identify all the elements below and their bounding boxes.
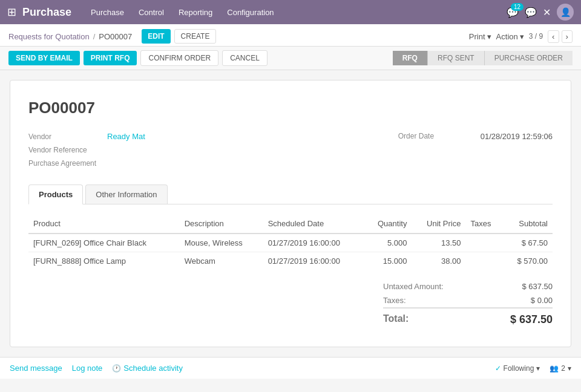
col-subtotal: Subtotal — [503, 214, 553, 234]
nav-control[interactable]: Control — [131, 0, 171, 24]
clock-icon: 🕐 — [112, 364, 121, 373]
order-date-section: Order Date 01/28/2019 12:59:06 — [398, 132, 553, 172]
order-date-value: 01/28/2019 12:59:06 — [481, 132, 553, 141]
log-note-button[interactable]: Log note — [72, 364, 103, 373]
products-table: Product Description Scheduled Date Quant… — [28, 214, 553, 270]
product-date-1: 01/27/2019 16:00:00 — [263, 234, 364, 252]
confirm-order-button[interactable]: CONFIRM ORDER — [140, 50, 218, 66]
product-qty-2: 15.000 — [364, 252, 412, 270]
col-unit-price: Unit Price — [412, 214, 465, 234]
app-grid-icon[interactable]: ⊞ — [7, 5, 16, 19]
cancel-button[interactable]: CANCEL — [222, 50, 268, 66]
totals-table: Untaxed Amount: $ 637.50 Taxes: $ 0.00 T… — [383, 279, 553, 328]
product-name-1[interactable]: [FURN_0269] Office Chair Black — [28, 234, 180, 252]
vendor-ref-label: Vendor Reference — [28, 146, 101, 154]
send-message-button[interactable]: Send message — [10, 364, 62, 373]
product-name-2[interactable]: [FURN_8888] Office Lamp — [28, 252, 180, 270]
footer-right: ✓ Following ▾ 👥 2 ▾ — [495, 364, 571, 373]
col-product: Product — [28, 214, 180, 234]
breadcrumb-separator: / — [93, 32, 96, 41]
chat-icon[interactable]: 💬 — [525, 7, 537, 18]
taxes-row: Taxes: $ 0.00 — [383, 293, 553, 307]
action-button[interactable]: Action ▾ — [496, 32, 524, 41]
followers-chevron-icon: ▾ — [568, 364, 571, 373]
vendor-section: Vendor Ready Mat Vendor Reference Purcha… — [28, 132, 145, 172]
following-label: Following — [504, 364, 534, 373]
app-title[interactable]: Purchase — [22, 6, 71, 19]
breadcrumb-actions: Print ▾ Action ▾ 3 / 9 ‹ › — [469, 30, 573, 43]
nav-purchase[interactable]: Purchase — [84, 0, 131, 24]
footer-bar: Send message Log note 🕐 Schedule activit… — [0, 357, 581, 379]
untaxed-amount-row: Untaxed Amount: $ 637.50 — [383, 279, 553, 293]
col-quantity: Quantity — [364, 214, 412, 234]
vendor-label: Vendor — [28, 132, 101, 141]
product-price-1: 13.50 — [412, 234, 465, 252]
notification-badge: 12 — [511, 3, 524, 11]
table-row: [FURN_8888] Office Lamp Webcam 01/27/201… — [28, 252, 553, 270]
product-taxes-2 — [465, 252, 503, 270]
totals-section: Untaxed Amount: $ 637.50 Taxes: $ 0.00 T… — [28, 279, 553, 328]
untaxed-value: $ 637.50 — [522, 282, 553, 291]
purchase-agreement-field: Purchase Agreement — [28, 159, 145, 168]
following-button[interactable]: ✓ Following ▾ — [495, 364, 540, 373]
status-rfq[interactable]: RFQ — [393, 51, 427, 65]
total-label: Total: — [383, 313, 409, 326]
breadcrumb: Requests for Quotation / PO00007 — [8, 32, 132, 41]
col-taxes: Taxes — [465, 214, 503, 234]
product-qty-1: 5.000 — [364, 234, 412, 252]
action-label: Action — [496, 32, 518, 41]
nav-configuration[interactable]: Configuration — [220, 0, 281, 24]
close-icon[interactable]: ✕ — [543, 7, 551, 18]
vendor-field: Vendor Ready Mat — [28, 132, 145, 141]
table-row: [FURN_0269] Office Chair Black Mouse, Wi… — [28, 234, 553, 252]
status-rfq-sent[interactable]: RFQ SENT — [427, 51, 484, 65]
status-purchase-order[interactable]: PURCHASE ORDER — [484, 51, 573, 65]
product-desc-2: Webcam — [180, 252, 263, 270]
tabs: Products Other Information — [28, 185, 553, 204]
tab-products[interactable]: Products — [28, 185, 83, 204]
status-bar: RFQ RFQ SENT PURCHASE ORDER — [393, 51, 573, 65]
product-subtotal-1: $ 67.50 — [503, 234, 553, 252]
taxes-value: $ 0.00 — [531, 296, 553, 305]
followers-button[interactable]: 👥 2 ▾ — [550, 364, 571, 373]
breadcrumb-current: PO00007 — [99, 32, 132, 41]
action-bar: SEND BY EMAIL PRINT RFQ CONFIRM ORDER CA… — [0, 47, 581, 70]
document-card: PO00007 Vendor Ready Mat Vendor Referenc… — [10, 80, 571, 347]
tab-other-information[interactable]: Other Information — [85, 185, 167, 204]
print-rfq-button[interactable]: PRINT RFQ — [84, 51, 137, 65]
prev-button[interactable]: ‹ — [548, 30, 559, 43]
vendor-ref-field: Vendor Reference — [28, 146, 145, 154]
nav-links: Purchase Control Reporting Configuration — [84, 0, 281, 24]
main-content: PO00007 Vendor Ready Mat Vendor Referenc… — [0, 70, 581, 357]
document-number: PO00007 — [28, 99, 553, 117]
col-description: Description — [180, 214, 263, 234]
print-label: Print — [469, 32, 485, 41]
page-count: 3 / 9 — [529, 32, 543, 41]
product-price-2: 38.00 — [412, 252, 465, 270]
vendor-value[interactable]: Ready Mat — [107, 132, 145, 141]
print-button[interactable]: Print ▾ — [469, 32, 491, 41]
nav-reporting[interactable]: Reporting — [171, 0, 220, 24]
avatar[interactable]: 👤 — [557, 4, 574, 21]
create-button[interactable]: CREATE — [174, 29, 217, 44]
top-navigation: ⊞ Purchase Purchase Control Reporting Co… — [0, 0, 581, 24]
print-chevron-icon: ▾ — [487, 32, 491, 41]
edit-button[interactable]: EDIT — [142, 29, 170, 44]
followers-count: 2 — [561, 364, 565, 373]
check-icon: ✓ — [495, 364, 501, 373]
total-value: $ 637.50 — [510, 313, 553, 326]
next-button[interactable]: › — [562, 30, 573, 43]
breadcrumb-bar: Requests for Quotation / PO00007 EDIT CR… — [0, 24, 581, 47]
breadcrumb-parent[interactable]: Requests for Quotation — [8, 32, 90, 41]
schedule-activity-button[interactable]: Schedule activity — [123, 364, 183, 373]
action-chevron-icon: ▾ — [520, 32, 524, 41]
following-chevron-icon: ▾ — [536, 364, 540, 373]
product-taxes-1 — [465, 234, 503, 252]
taxes-label: Taxes: — [383, 296, 406, 305]
product-date-2: 01/27/2019 16:00:00 — [263, 252, 364, 270]
send-by-email-button[interactable]: SEND BY EMAIL — [8, 51, 80, 65]
untaxed-label: Untaxed Amount: — [383, 282, 444, 291]
purchase-agreement-label: Purchase Agreement — [28, 159, 101, 168]
notification-icon[interactable]: 💬 12 — [507, 7, 519, 18]
product-subtotal-2: $ 570.00 — [503, 252, 553, 270]
